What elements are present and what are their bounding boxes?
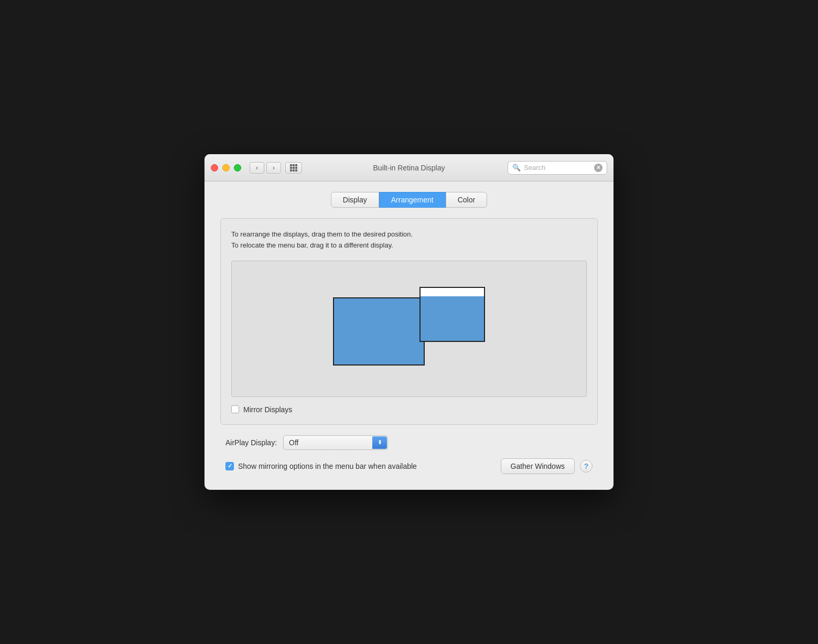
traffic-lights [211,164,241,171]
instruction-line1: To rearrange the displays, drag them to … [231,229,587,240]
show-mirroring-label: Show mirroring options in the menu bar w… [238,462,417,470]
instruction-line2: To relocate the menu bar, drag it to a d… [231,240,587,251]
forward-button[interactable]: › [266,162,281,174]
window-title: Built-in Retina Display [373,164,445,172]
right-buttons: Gather Windows ? [501,458,593,474]
secondary-display[interactable] [419,287,485,342]
mirror-displays-row: Mirror Displays [231,405,587,414]
help-button[interactable]: ? [580,460,593,473]
grid-button[interactable] [285,162,302,174]
primary-display[interactable] [333,297,425,366]
forward-icon: › [273,164,275,171]
system-preferences-window: ‹ › Built-in Retina Display 🔍 ✕ Displa [204,154,614,490]
search-icon: 🔍 [512,164,521,171]
mirror-displays-checkbox[interactable] [231,405,239,413]
airplay-row: AirPlay Display: Off On ⬍ [225,435,593,450]
minimize-button[interactable] [222,164,230,171]
back-button[interactable]: ‹ [250,162,264,174]
grid-icon [290,164,297,171]
nav-buttons: ‹ › [250,162,302,174]
mirror-displays-label: Mirror Displays [243,405,292,414]
show-mirroring-checkbox[interactable]: ✓ [225,462,234,470]
back-icon: ‹ [256,164,258,171]
secondary-display-inner [421,296,484,341]
gather-windows-button[interactable]: Gather Windows [501,458,575,474]
show-mirroring-row: ✓ Show mirroring options in the menu bar… [225,462,417,470]
display-container [333,287,485,371]
tab-bar: Display Arrangement Color [220,192,598,208]
options-row: ✓ Show mirroring options in the menu bar… [225,458,593,474]
close-button[interactable] [211,164,218,171]
tab-display[interactable]: Display [331,192,379,208]
tab-color[interactable]: Color [446,192,487,208]
airplay-label: AirPlay Display: [225,438,277,447]
tab-arrangement[interactable]: Arrangement [379,192,446,208]
instruction-text: To rearrange the displays, drag them to … [231,229,587,251]
airplay-select[interactable]: Off On [283,435,388,450]
arrangement-area[interactable] [231,261,587,397]
search-clear-button[interactable]: ✕ [594,164,602,172]
maximize-button[interactable] [234,164,241,171]
bottom-controls: AirPlay Display: Off On ⬍ ✓ Show mirrori… [220,435,598,474]
search-box: 🔍 ✕ [508,161,607,175]
airplay-select-wrapper: Off On ⬍ [283,435,388,450]
search-input[interactable] [524,164,591,171]
title-bar: ‹ › Built-in Retina Display 🔍 ✕ [204,154,614,181]
content-area: Display Arrangement Color To rearrange t… [204,181,614,490]
arrangement-panel: To rearrange the displays, drag them to … [220,218,598,425]
